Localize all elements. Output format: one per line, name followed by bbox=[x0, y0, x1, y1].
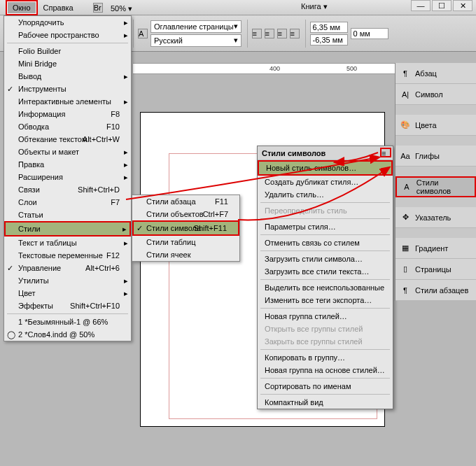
charstyles-menu-item[interactable]: Параметры стиля… bbox=[258, 220, 393, 233]
window-menu-item[interactable]: Mini Bridge bbox=[4, 57, 131, 70]
charstyles-menu-item[interactable]: Отменить связь со стилем bbox=[258, 236, 393, 249]
align-justify-icon[interactable]: ≡ bbox=[290, 29, 300, 38]
workspace-dropdown[interactable]: Книга ▾ bbox=[301, 2, 328, 11]
page-contents-dropdown[interactable]: Оглавление страницы ▾ bbox=[150, 20, 241, 33]
check-icon: ✓ bbox=[7, 264, 13, 273]
dock-panel-стили-символов[interactable]: AСтили символов bbox=[396, 176, 476, 197]
window-menu-item[interactable]: Статьи bbox=[4, 209, 131, 221]
dock-label: Глифы bbox=[415, 152, 440, 160]
charstyles-menu-item[interactable]: Новый стиль символов… bbox=[258, 160, 393, 176]
window-menu-item[interactable]: СлоиF7 bbox=[4, 196, 131, 209]
charstyles-menu-item[interactable]: Удалить стиль… bbox=[258, 188, 393, 201]
dock-panel-стили-абзацев[interactable]: ¶Стили абзацев bbox=[396, 280, 476, 301]
shortcut-label: Ctrl+F7 bbox=[203, 210, 228, 218]
window-menu-item[interactable]: Расширения▸ bbox=[4, 171, 131, 183]
window-menu-item[interactable]: Folio Builder bbox=[4, 45, 131, 57]
charstyles-menu-label: Закрыть все группы стилей bbox=[265, 337, 363, 346]
window-menu-item[interactable]: Вывод▸ bbox=[4, 70, 131, 83]
window-menu-item[interactable]: ✓Инструменты bbox=[4, 83, 131, 95]
character-styles-panel: Стили символов ≡ Новый стиль символов…Со… bbox=[257, 146, 393, 409]
charstyles-menu-item[interactable]: Выделить все неиспользованные bbox=[258, 281, 393, 294]
charstyles-menu-separator bbox=[260, 378, 390, 379]
dock-panel-цвета[interactable]: 🎨Цвета bbox=[396, 115, 476, 136]
dock-label: Абзац bbox=[415, 69, 437, 78]
window-menu-item[interactable]: ЭффектыShift+Ctrl+F10 bbox=[4, 299, 131, 312]
charstyles-menu-item[interactable]: Загрузить стили символа… bbox=[258, 253, 393, 265]
window-menu-item[interactable]: Текстовые переменныеF12 bbox=[4, 249, 131, 262]
align-left-icon[interactable]: ≡ bbox=[252, 29, 262, 38]
window-menu-label: Mini Bridge bbox=[18, 59, 57, 68]
zoom-dropdown[interactable]: 50% ▾ bbox=[105, 2, 138, 15]
dock-icon: 🎨 bbox=[400, 120, 411, 131]
bridge-icon[interactable]: Br bbox=[93, 3, 103, 13]
window-menu-item[interactable]: ◯2 *Слов4.indd @ 50% bbox=[4, 328, 131, 341]
maximize-button[interactable]: ☐ bbox=[432, 0, 451, 11]
dock-panel-указатель[interactable]: ✥Указатель bbox=[396, 207, 476, 228]
charstyles-menu-item[interactable]: Изменить все теги экспорта… bbox=[258, 294, 393, 306]
window-menu-label: Стили bbox=[18, 225, 41, 233]
window-menu-label: Обтекание текстом bbox=[18, 135, 88, 143]
indent-right-field[interactable]: 0 мм bbox=[351, 28, 388, 39]
panel-flyout-button[interactable]: ≡ bbox=[380, 148, 391, 157]
window-menu-item[interactable]: Утилиты▸ bbox=[4, 274, 131, 287]
window-menu-item[interactable]: ✓УправлениеAlt+Ctrl+6 bbox=[4, 262, 131, 274]
submenu-arrow-icon: ▸ bbox=[124, 31, 128, 40]
styles-submenu-item[interactable]: Стили объектовCtrl+F7 bbox=[132, 208, 239, 220]
minimize-button[interactable]: — bbox=[411, 0, 430, 11]
shortcut-label: F7 bbox=[111, 198, 120, 206]
dock-panel-абзац[interactable]: ¶Абзац bbox=[396, 63, 476, 84]
dock-label: Стили символов bbox=[416, 178, 475, 195]
styles-submenu-item[interactable]: Стили ячеек bbox=[132, 248, 239, 261]
indent-bottom-field[interactable]: -6,35 мм bbox=[310, 34, 348, 45]
charstyles-menu-item[interactable]: Компактный вид bbox=[258, 396, 393, 409]
window-menu-item[interactable]: ОбводкаF10 bbox=[4, 120, 131, 133]
window-menu-item[interactable]: Цвет▸ bbox=[4, 287, 131, 299]
window-menu-item[interactable]: Упорядочить▸ bbox=[4, 16, 131, 29]
charstyles-menu-separator bbox=[260, 279, 390, 280]
window-menu-item[interactable]: Правка▸ bbox=[4, 158, 131, 171]
charstyles-menu-item[interactable]: Копировать в группу… bbox=[258, 351, 393, 364]
submenu-arrow-icon: ▸ bbox=[124, 160, 128, 169]
dock-panel-символ[interactable]: A|Символ bbox=[396, 84, 476, 105]
indent-top-field[interactable]: 6,35 мм bbox=[310, 22, 348, 33]
charstyles-menu-item[interactable]: Создать дубликат стиля… bbox=[258, 176, 393, 188]
charstyles-menu-item[interactable]: Загрузить все стили текста… bbox=[258, 265, 393, 278]
language-dropdown[interactable]: Русский ▾ bbox=[150, 34, 241, 47]
charstyles-menu-item[interactable]: Новая группа стилей… bbox=[258, 310, 393, 323]
shortcut-label: F12 bbox=[106, 251, 120, 260]
dock-panel-страницы[interactable]: ▯Страницы bbox=[396, 259, 476, 280]
char-format-icon[interactable]: A bbox=[138, 29, 148, 38]
menu-window[interactable]: Окно bbox=[6, 0, 38, 15]
charstyles-menu-item[interactable]: Новая группа на основе стилей… bbox=[258, 364, 393, 376]
align-center-icon[interactable]: ≡ bbox=[265, 29, 274, 38]
charstyles-menu-item[interactable]: Сортировать по именам bbox=[258, 380, 393, 393]
window-menu-item[interactable]: Стили▸ bbox=[4, 221, 131, 236]
charstyles-menu-separator bbox=[260, 218, 390, 219]
window-menu-separator bbox=[7, 313, 128, 314]
charstyles-menu-label: Сортировать по именам bbox=[265, 382, 351, 390]
styles-submenu-item[interactable]: Стили таблиц bbox=[132, 236, 239, 248]
charstyles-menu-separator bbox=[260, 349, 390, 350]
submenu-arrow-icon: ▸ bbox=[124, 97, 128, 106]
styles-submenu-item[interactable]: Стили абзацаF11 bbox=[132, 195, 239, 208]
window-menu-item[interactable]: 1 *Безымянный-1 @ 66% bbox=[4, 316, 131, 328]
window-menu-item[interactable]: Интерактивные элементы▸ bbox=[4, 95, 131, 108]
window-menu-item[interactable]: ИнформацияF8 bbox=[4, 108, 131, 120]
window-menu-item[interactable]: СвязиShift+Ctrl+D bbox=[4, 183, 131, 196]
panel-header[interactable]: Стили символов ≡ bbox=[258, 146, 393, 160]
submenu-arrow-icon: ▸ bbox=[124, 18, 128, 27]
dock-icon: ✥ bbox=[400, 212, 411, 223]
window-menu-label: Статьи bbox=[18, 211, 43, 219]
charstyles-menu-label: Отменить связь со стилем bbox=[265, 239, 360, 247]
window-menu-item[interactable]: Объекты и макет▸ bbox=[4, 146, 131, 158]
styles-submenu-item[interactable]: ✓Стили символаShift+F11 bbox=[132, 220, 239, 236]
submenu-arrow-icon: ▸ bbox=[122, 225, 127, 234]
window-menu-item[interactable]: Обтекание текстомAlt+Ctrl+W bbox=[4, 133, 131, 146]
window-menu-item[interactable]: Текст и таблицы▸ bbox=[4, 236, 131, 249]
window-menu-item[interactable]: Рабочее пространство▸ bbox=[4, 29, 131, 41]
align-right-icon[interactable]: ≡ bbox=[277, 29, 287, 38]
menu-help[interactable]: Справка bbox=[38, 1, 79, 14]
close-button[interactable]: ✕ bbox=[453, 0, 472, 11]
dock-panel-глифы[interactable]: AaГлифы bbox=[396, 146, 476, 167]
dock-panel-градиент[interactable]: ▦Градиент bbox=[396, 238, 476, 259]
